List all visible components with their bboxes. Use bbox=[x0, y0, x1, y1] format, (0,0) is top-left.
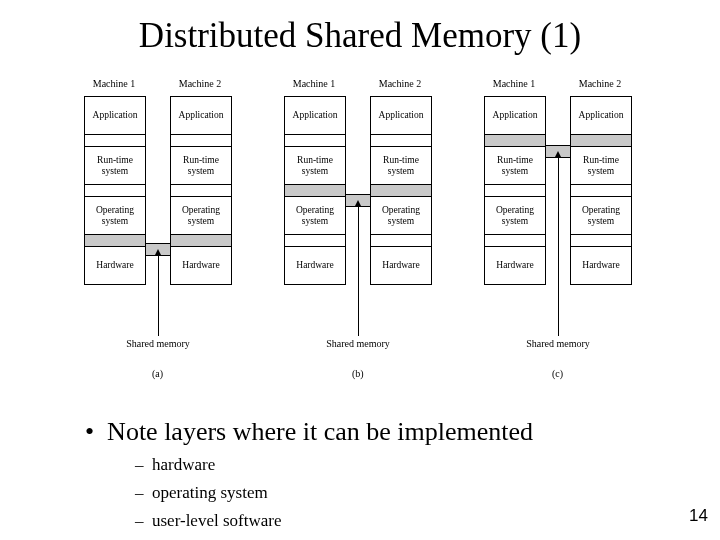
layer-gap bbox=[485, 185, 545, 197]
bullet-sub-1-text: hardware bbox=[152, 455, 215, 474]
stack-a1: Application Run-time system Operating sy… bbox=[84, 96, 146, 285]
stack-c1: Application Run-time system Operating sy… bbox=[484, 96, 546, 285]
layer-hardware: Hardware bbox=[371, 247, 431, 284]
figure: Machine 1 Machine 2 Application Run-time… bbox=[80, 78, 650, 404]
bullet-sub-3-text: user-level software bbox=[152, 511, 281, 530]
layer-application: Application bbox=[171, 97, 231, 135]
layer-runtime: Run-time system bbox=[571, 147, 631, 185]
shared-memory-bar-a bbox=[171, 235, 231, 247]
layer-runtime: Run-time system bbox=[371, 147, 431, 185]
layer-gap bbox=[171, 135, 231, 147]
shared-memory-label-b: Shared memory bbox=[318, 338, 398, 349]
machine1-label-b: Machine 1 bbox=[284, 78, 344, 89]
pair-b: Machine 1 Machine 2 Application Run-time… bbox=[280, 78, 450, 404]
layer-application: Application bbox=[571, 97, 631, 135]
shared-memory-bar-c bbox=[485, 135, 545, 147]
bullet-main: • Note layers where it can be implemente… bbox=[85, 416, 645, 448]
bullet-sub-1: – hardware bbox=[135, 454, 645, 476]
layer-runtime: Run-time system bbox=[171, 147, 231, 185]
layer-application: Application bbox=[85, 97, 145, 135]
layer-os: Operating system bbox=[485, 197, 545, 235]
machine2-label-a: Machine 2 bbox=[170, 78, 230, 89]
bullet-sub-2-text: operating system bbox=[152, 483, 268, 502]
stack-b2: Application Run-time system Operating sy… bbox=[370, 96, 432, 285]
layer-os: Operating system bbox=[85, 197, 145, 235]
sub-label-b: (b) bbox=[352, 368, 364, 379]
layer-runtime: Run-time system bbox=[285, 147, 345, 185]
layer-hardware: Hardware bbox=[85, 247, 145, 284]
layer-os: Operating system bbox=[371, 197, 431, 235]
bullet-sub-3: – user-level software bbox=[135, 510, 645, 532]
layer-gap bbox=[171, 185, 231, 197]
layer-gap bbox=[85, 185, 145, 197]
arrow-c bbox=[558, 156, 559, 336]
layer-os: Operating system bbox=[171, 197, 231, 235]
stack-b1: Application Run-time system Operating sy… bbox=[284, 96, 346, 285]
slide-title: Distributed Shared Memory (1) bbox=[0, 0, 720, 56]
stack-a2: Application Run-time system Operating sy… bbox=[170, 96, 232, 285]
machines-b: Machine 1 Machine 2 bbox=[280, 78, 450, 92]
shared-memory-bar-b bbox=[285, 185, 345, 197]
stack-c2: Application Run-time system Operating sy… bbox=[570, 96, 632, 285]
layer-gap bbox=[371, 235, 431, 247]
layer-application: Application bbox=[285, 97, 345, 135]
machines-c: Machine 1 Machine 2 bbox=[480, 78, 650, 92]
bullet-sub-2: – operating system bbox=[135, 482, 645, 504]
shared-memory-bar-b bbox=[371, 185, 431, 197]
machine2-label-b: Machine 2 bbox=[370, 78, 430, 89]
pair-a: Machine 1 Machine 2 Application Run-time… bbox=[80, 78, 250, 404]
machine1-label-c: Machine 1 bbox=[484, 78, 544, 89]
sub-label-c: (c) bbox=[552, 368, 563, 379]
layer-gap bbox=[285, 135, 345, 147]
layer-gap bbox=[571, 185, 631, 197]
page-number: 14 bbox=[689, 506, 708, 526]
bullets: • Note layers where it can be implemente… bbox=[85, 416, 645, 532]
machines-a: Machine 1 Machine 2 bbox=[80, 78, 250, 92]
layer-hardware: Hardware bbox=[485, 247, 545, 284]
slide: Distributed Shared Memory (1) Machine 1 … bbox=[0, 0, 720, 540]
shared-memory-label-a: Shared memory bbox=[118, 338, 198, 349]
layer-hardware: Hardware bbox=[285, 247, 345, 284]
pair-c: Machine 1 Machine 2 Application Run-time… bbox=[480, 78, 650, 404]
layer-gap bbox=[371, 135, 431, 147]
layer-gap bbox=[285, 235, 345, 247]
machine2-label-c: Machine 2 bbox=[570, 78, 630, 89]
machine1-label-a: Machine 1 bbox=[84, 78, 144, 89]
layer-gap bbox=[571, 235, 631, 247]
bullet-main-text: Note layers where it can be implemented bbox=[107, 417, 533, 446]
arrow-b bbox=[358, 205, 359, 336]
layer-hardware: Hardware bbox=[571, 247, 631, 284]
shared-memory-bar-c bbox=[571, 135, 631, 147]
shared-memory-label-c: Shared memory bbox=[518, 338, 598, 349]
layer-application: Application bbox=[371, 97, 431, 135]
layer-hardware: Hardware bbox=[171, 247, 231, 284]
layer-gap bbox=[85, 135, 145, 147]
arrow-a bbox=[158, 254, 159, 336]
layer-runtime: Run-time system bbox=[485, 147, 545, 185]
sub-label-a: (a) bbox=[152, 368, 163, 379]
layer-runtime: Run-time system bbox=[85, 147, 145, 185]
shared-memory-bar-a bbox=[85, 235, 145, 247]
layer-gap bbox=[485, 235, 545, 247]
layer-os: Operating system bbox=[285, 197, 345, 235]
layer-os: Operating system bbox=[571, 197, 631, 235]
layer-application: Application bbox=[485, 97, 545, 135]
